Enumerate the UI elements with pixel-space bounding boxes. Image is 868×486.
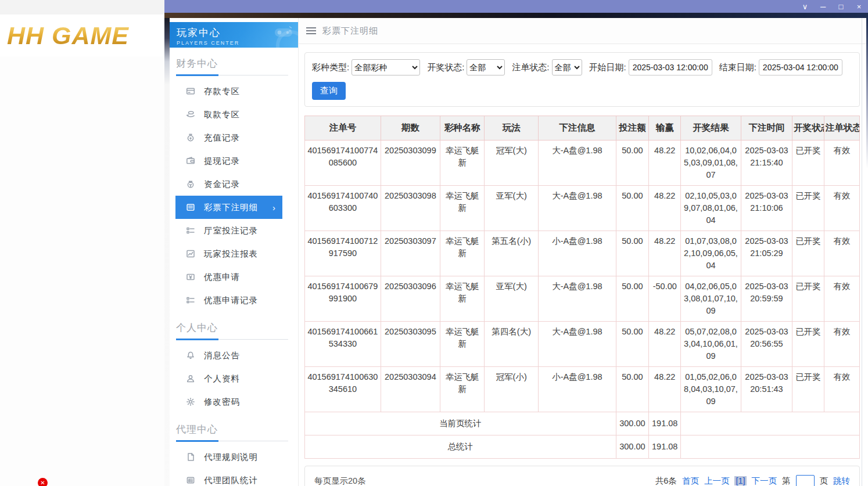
cell-bet-info: 大-A盘@1.98: [539, 186, 616, 231]
sidebar-item-agent-team[interactable]: 代理团队统计: [175, 469, 282, 486]
lottery-type-select[interactable]: 全部彩种: [351, 59, 420, 75]
total-summary-win: 191.08: [649, 435, 681, 459]
cell-result: 01,05,02,06,08,04,03,10,07,09: [681, 367, 741, 412]
gear-icon: [186, 397, 195, 406]
error-close-icon[interactable]: ✕: [38, 478, 48, 486]
section-agent: 代理中心: [176, 423, 298, 436]
cell-draw-status: 已开奖: [792, 276, 824, 322]
end-date-label: 结束日期:: [719, 62, 756, 73]
sidebar-item-label: 彩票下注明细: [204, 202, 258, 213]
sidebar-item-promo-apply[interactable]: 优惠申请: [175, 265, 282, 289]
menu-toggle-icon[interactable]: [306, 27, 316, 34]
start-date-label: 开始日期:: [589, 62, 626, 73]
deposit-card-icon: [186, 87, 195, 96]
user-icon: [186, 374, 195, 383]
draw-status-select[interactable]: 全部: [467, 59, 505, 75]
search-button[interactable]: 查询: [312, 82, 346, 100]
total-count: 共6条: [655, 476, 677, 486]
page-prefix: 第: [782, 476, 791, 486]
prev-page-link[interactable]: 上一页: [704, 476, 730, 486]
moneybag-icon: [186, 133, 195, 142]
close-icon[interactable]: ×: [850, 0, 868, 13]
cell-order-status: 有效: [824, 276, 859, 322]
col-bet-time: 下注时间: [741, 116, 792, 141]
sidebar-item-lottery-detail[interactable]: 彩票下注明细 ›: [175, 196, 282, 219]
desktop-left-region: HH GAME ✕: [0, 0, 164, 486]
total-summary-label: 总统计: [305, 435, 616, 459]
sidebar-item-label: 存款专区: [204, 86, 240, 97]
sidebar-item-label: 优惠申请: [204, 272, 240, 283]
cell-play: 冠军(大): [485, 141, 539, 186]
maximize-icon[interactable]: □: [832, 0, 850, 13]
sidebar-item-promo-record[interactable]: 优惠申请记录: [175, 289, 282, 312]
minimize-icon[interactable]: ─: [814, 0, 832, 13]
main-panel: 彩票下注明细 彩种类型: 全部彩种 开奖状态: 全部 注单状态:: [298, 18, 868, 486]
cell-bet-id: 401569174100774085600: [305, 141, 381, 186]
col-draw-status: 开奖状态: [792, 116, 824, 141]
end-date-input[interactable]: [759, 59, 842, 75]
pagination-panel: 每页显示20条 共6条 首页 上一页 [1] 下一页 第 页 跳转: [304, 466, 860, 486]
sidebar-item-label: 消息公告: [204, 350, 240, 361]
cell-bet-info: 大-A盘@1.98: [539, 141, 616, 186]
personal-menu: 消息公告 个人资料 修改密码: [170, 344, 298, 413]
cell-order-status: 有效: [824, 322, 859, 367]
cell-bet-id: 401569174100661534330: [305, 322, 381, 367]
next-page-link[interactable]: 下一页: [752, 476, 777, 486]
sidebar-subtitle: PLAYERS CENTER: [177, 40, 292, 46]
report-chart-icon: [186, 249, 195, 258]
sidebar: 玩家中心 PLAYERS CENTER 财务中心 存款专区: [170, 18, 298, 486]
app-window: ∨ ─ □ × 玩家中心 PLAYERS CENTER 财务中心: [164, 0, 868, 486]
bet-detail-icon: [186, 203, 195, 212]
cell-result: 02,10,05,03,09,07,08,01,06,04: [681, 186, 741, 231]
table-row: 401569174100740603300 20250303098 幸运飞艇新 …: [305, 186, 860, 231]
sidebar-item-label: 资金记录: [204, 179, 240, 190]
cell-order-status: 有效: [824, 186, 859, 231]
cell-period: 20250303094: [381, 367, 440, 412]
expand-icon[interactable]: ∨: [796, 0, 814, 13]
table-row: 401569174100679991900 20250303096 幸运飞艇新 …: [305, 276, 860, 322]
sidebar-item-player-report[interactable]: 玩家投注报表: [175, 242, 282, 265]
sidebar-item-deposit[interactable]: 存款专区: [175, 80, 282, 103]
col-amount: 投注额: [616, 116, 648, 141]
order-status-label: 注单状态:: [512, 62, 549, 73]
cell-lottery: 幸运飞艇新: [440, 322, 485, 367]
cell-bet-info: 小-A盘@1.98: [539, 231, 616, 276]
sidebar-item-messages[interactable]: 消息公告: [175, 344, 282, 367]
cell-period: 20250303096: [381, 276, 440, 322]
sidebar-item-password[interactable]: 修改密码: [175, 390, 282, 413]
cell-win-loss: 48.22: [649, 322, 681, 367]
cell-order-status: 有效: [824, 367, 859, 412]
sidebar-item-withdrawal-record[interactable]: 提现记录: [175, 149, 282, 172]
sidebar-item-agent-rules[interactable]: 代理规则说明: [175, 445, 282, 469]
col-order-status: 注单状态: [824, 116, 859, 141]
cell-period: 20250303097: [381, 231, 440, 276]
section-finance: 财务中心: [176, 57, 298, 70]
start-date-input[interactable]: [629, 59, 712, 75]
table-row: 401569174100712917590 20250303097 幸运飞艇新 …: [305, 231, 860, 276]
section-personal: 个人中心: [176, 321, 298, 334]
cell-win-loss: 48.22: [649, 231, 681, 276]
col-period: 期数: [381, 116, 440, 141]
order-status-select[interactable]: 全部: [552, 59, 582, 75]
first-page-link[interactable]: 首页: [682, 476, 699, 486]
cell-win-loss: 48.22: [649, 141, 681, 186]
page-summary-amount: 300.00: [616, 412, 648, 435]
total-summary-amount: 300.00: [616, 435, 648, 459]
page-summary-row: 当前页统计 300.00 191.08: [305, 412, 860, 435]
draw-status-label: 开奖状态:: [427, 62, 464, 73]
sidebar-item-withdraw[interactable]: 取款专区: [175, 103, 282, 126]
jump-link[interactable]: 跳转: [833, 476, 850, 486]
page-number-input[interactable]: [796, 475, 815, 486]
left-top-strip: [0, 0, 164, 15]
cell-draw-status: 已开奖: [792, 186, 824, 231]
sidebar-item-label: 充值记录: [204, 132, 240, 143]
section-agent-rule: [176, 440, 288, 442]
sidebar-item-hall-bets[interactable]: 厅室投注记录: [175, 219, 282, 242]
sidebar-item-profile[interactable]: 个人资料: [175, 367, 282, 390]
sidebar-item-funds-record[interactable]: 资金记录: [175, 172, 282, 196]
sidebar-item-recharge-record[interactable]: 充值记录: [175, 126, 282, 149]
checklist-icon: [186, 226, 195, 235]
page-summary-win: 191.08: [649, 412, 681, 435]
window-titlebar: ∨ ─ □ ×: [164, 0, 868, 13]
coin-purse-icon: [186, 179, 195, 189]
